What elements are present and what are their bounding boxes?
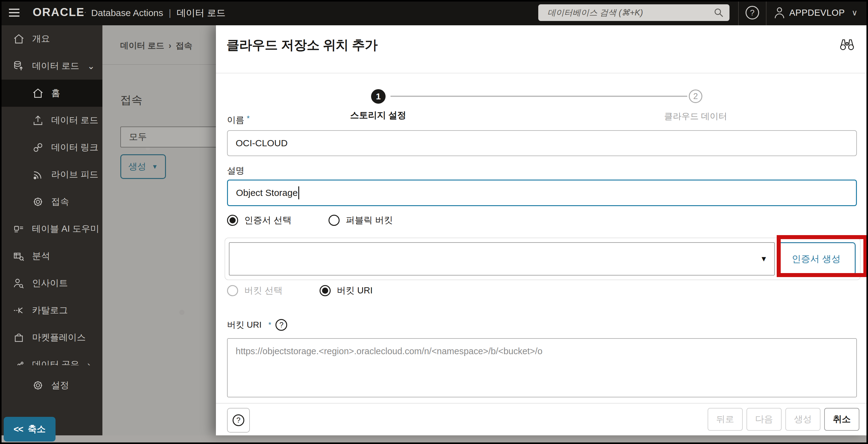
footer-buttons: 뒤로 다음 생성 취소 [708,408,859,431]
breadcrumb: 데이터 로드 › 접속 [120,40,192,51]
upload-icon [32,115,44,126]
collapse-label: 축소 [28,423,45,435]
header-page-title: 데이터 로드 [177,7,225,20]
sidebar-item-analysis[interactable]: 분석 [0,242,102,270]
sidebar-item-overview[interactable]: 개요 [0,25,102,53]
sidebar-nav: 개요 데이터 로드 ⌄ 홈 데이터 로드 데이터 링크 [0,25,102,435]
data-load-icon [13,60,25,71]
public-bucket-radio[interactable] [329,215,340,226]
sidebar-item-label: 데이터 로드 [32,60,79,72]
next-button[interactable]: 다음 [746,408,782,431]
text-cursor [298,186,299,199]
create-label: 생성 [128,160,146,173]
sidebar-item-label: 홈 [51,87,60,99]
chevron-down-icon: ∨ [851,8,858,18]
binoculars-icon[interactable] [840,38,855,51]
chevron-down-icon: ⌄ [87,61,95,71]
sidebar-item-marketplace[interactable]: 마켓플레이스 [0,324,102,351]
description-field[interactable]: Object Storage [227,180,857,206]
catalog-icon [13,305,25,316]
sidebar-item-home[interactable]: 홈 [0,80,102,107]
feed-icon [32,169,44,180]
sidebar-item-label: 데이터 공유 [32,358,79,365]
database-search-input[interactable] [538,4,730,21]
step-1-label: 스토리지 설정 [332,109,425,122]
step-2-indicator: 2 [689,89,702,103]
back-button[interactable]: 뒤로 [708,408,743,431]
help-icon[interactable]: ? [746,6,759,20]
name-label: 이름* [227,114,250,126]
background-page-dimmed: 데이터 로드 › 접속 접속 모두 생성 ▼ [102,25,216,435]
sidebar-item-catalog[interactable]: 카탈로그 [0,297,102,324]
sidebar-item-data-link[interactable]: 데이터 링크 [0,134,102,161]
hamburger-menu-icon[interactable] [8,6,20,19]
home-icon [32,88,44,98]
sidebar-item-label: 접속 [51,196,69,208]
sidebar-item-label: 라이브 피드 [51,169,98,181]
sidebar-item-data-share[interactable]: 데이터 공유 › [0,351,102,365]
required-star: * [247,114,250,122]
collapse-sidebar-button[interactable]: << 축소 [4,417,56,442]
sidebar-item-settings[interactable]: 설정 [0,372,102,399]
table-ai-icon [13,224,25,235]
help-icon: ? [232,414,244,426]
create-credential-button[interactable]: 인증서 생성 [777,242,856,275]
sidebar-item-label: 개요 [32,33,50,45]
user-icon [774,6,785,19]
create-button[interactable]: 생성 [785,408,820,431]
user-menu[interactable]: APPDEVLOP ∨ [774,6,858,19]
search-icon[interactable] [713,7,724,18]
gear-icon [32,380,44,391]
gear-icon [32,196,44,207]
cancel-button[interactable]: 취소 [824,408,859,431]
credential-select[interactable]: ▼ [229,242,775,275]
database-search[interactable] [538,4,730,21]
filter-select[interactable]: 모두 [120,126,216,147]
sidebar-item-data-load-parent[interactable]: 데이터 로드 ⌄ [0,53,102,80]
bucket-uri-help-icon[interactable]: ? [275,319,287,331]
caret-down-icon: ▼ [152,163,158,170]
brand: ORACLE´ Database Actions | 데이터 로드 [33,6,225,20]
footer-divider [216,403,868,404]
credential-radio-group: 인증서 선택 퍼블릭 버킷 [227,214,393,227]
oracle-logo: ORACLE [33,6,85,19]
modal-title: 클라우드 저장소 위치 추가 [226,36,377,54]
app-window: ORACLE´ Database Actions | 데이터 로드 ? APPD… [0,0,868,444]
add-cloud-storage-modal: 클라우드 저장소 위치 추가 1 2 스토리지 설정 클라우드 데이터 이름* … [216,25,868,435]
modal-help-button[interactable]: ? [227,408,250,433]
bucket-uri-radio[interactable] [319,285,331,296]
step-2-label: 클라우드 데이터 [649,111,742,122]
header-divider [738,0,739,25]
sidebar-item-data-share-clipped: 데이터 공유 › [0,351,102,365]
analysis-icon [13,250,25,262]
description-label: 설명 [227,165,244,177]
breadcrumb-divider [102,64,216,65]
sidebar-item-label: 분석 [32,250,50,262]
title-separator: | [169,8,171,18]
breadcrumb-data-load[interactable]: 데이터 로드 [120,40,164,51]
name-field[interactable] [227,130,857,156]
public-bucket-label: 퍼블릭 버킷 [346,214,393,227]
app-subtitle: Database Actions [91,8,163,18]
sidebar-item-connections[interactable]: 접속 [0,188,102,215]
sidebar-item-live-feed[interactable]: 라이브 피드 [0,161,102,188]
top-bar: ORACLE´ Database Actions | 데이터 로드 ? APPD… [0,0,868,25]
sidebar-item-label: 카탈로그 [32,304,68,317]
sidebar-item-label: 설정 [51,379,69,391]
sidebar-item-insight[interactable]: 인사이트 [0,270,102,297]
create-dropdown-button[interactable]: 생성 ▼ [120,154,166,179]
stepper-connector [391,96,687,97]
bucket-select-radio[interactable] [227,285,238,296]
select-credential-radio[interactable] [227,215,238,226]
connections-heading: 접속 [120,93,143,108]
sidebar-item-data-load[interactable]: 데이터 로드 [0,107,102,134]
bucket-select-label: 버킷 선택 [244,285,283,297]
breadcrumb-separator: › [169,41,172,51]
sidebar-item-label: 데이터 로드 [51,114,98,126]
bucket-uri-field[interactable] [227,338,857,397]
sidebar-settings-row: 설정 [0,372,102,399]
sidebar-item-table-ai[interactable]: 테이블 AI 도우미 [0,215,102,242]
window-bottom-band [0,435,868,444]
sidebar-item-label: 데이터 링크 [51,141,98,154]
oracle-logo-mark: ´ [85,12,86,17]
